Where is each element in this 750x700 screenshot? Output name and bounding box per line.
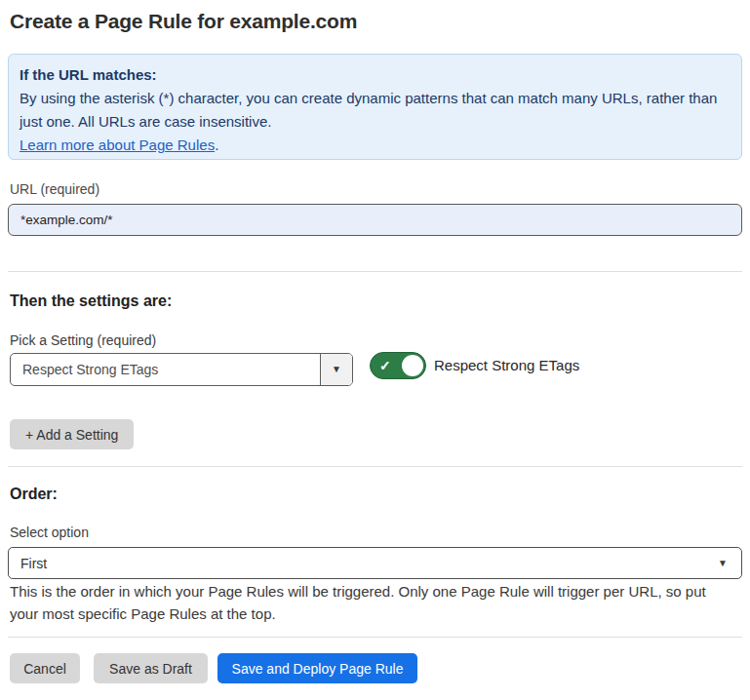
setting-picker-label: Pick a Setting (required) (10, 332, 156, 348)
section-divider (8, 466, 742, 467)
order-select[interactable]: First ▼ (8, 547, 742, 579)
link-suffix: . (215, 136, 218, 153)
setting-select[interactable]: Respect Strong ETags ▼ (10, 353, 353, 386)
url-label: URL (required) (10, 181, 99, 197)
info-box-link-line: Learn more about Page Rules. (20, 134, 728, 157)
url-match-info-box: If the URL matches: By using the asteris… (8, 54, 742, 160)
page-title: Create a Page Rule for example.com (10, 10, 357, 33)
toggle-knob (402, 355, 423, 376)
etags-toggle-label: Respect Strong ETags (434, 357, 579, 373)
order-select-label: Select option (10, 525, 89, 540)
cancel-button[interactable]: Cancel (10, 653, 80, 683)
add-setting-button[interactable]: + Add a Setting (10, 419, 134, 449)
footer-divider (8, 637, 742, 638)
chevron-down-icon: ▼ (718, 559, 728, 568)
info-box-body: By using the asterisk (*) character, you… (20, 87, 722, 134)
save-and-deploy-button[interactable]: Save and Deploy Page Rule (217, 653, 417, 683)
learn-more-link[interactable]: Learn more about Page Rules (20, 136, 215, 153)
section-divider (8, 271, 742, 272)
url-input[interactable] (8, 204, 742, 236)
order-help-text: This is the order in which your Page Rul… (10, 581, 733, 625)
order-heading: Order: (10, 486, 58, 503)
create-page-rule-page: Create a Page Rule for example.com If th… (0, 0, 750, 700)
chevron-down-icon: ▼ (332, 365, 341, 374)
order-select-value: First (20, 556, 47, 571)
info-box-heading: If the URL matches: (20, 63, 728, 87)
etags-toggle[interactable]: ✓ (370, 352, 426, 379)
check-icon: ✓ (379, 359, 391, 372)
save-as-draft-button[interactable]: Save as Draft (94, 653, 208, 683)
settings-heading: Then the settings are: (10, 292, 172, 310)
setting-select-value: Respect Strong ETags (11, 354, 320, 385)
setting-select-arrow-button[interactable]: ▼ (320, 354, 352, 385)
